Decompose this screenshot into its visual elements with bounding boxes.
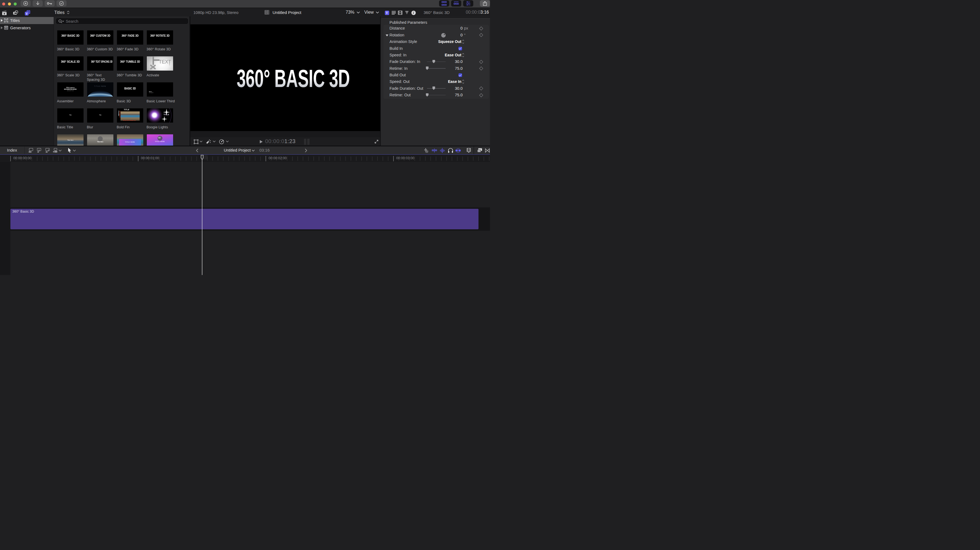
svg-text:T: T [5, 19, 7, 22]
svg-text:2: 2 [5, 27, 7, 29]
svg-text:T: T [26, 12, 28, 15]
